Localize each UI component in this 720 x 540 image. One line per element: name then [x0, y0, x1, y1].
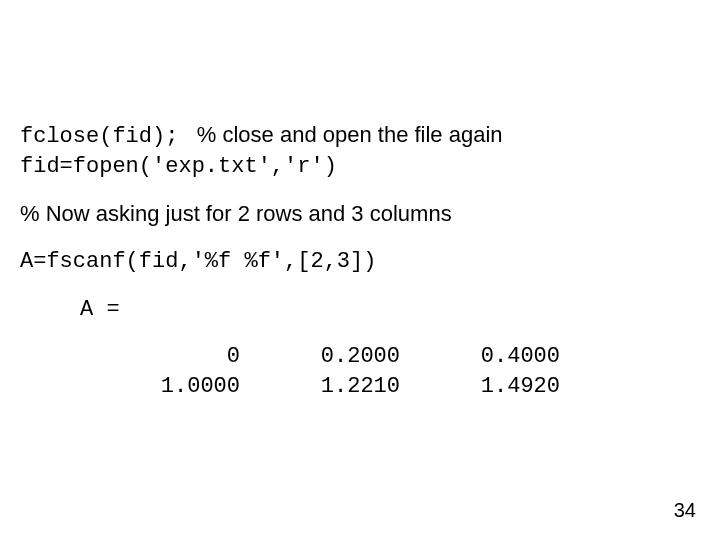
matrix-row: 0 0.2000 0.4000 — [80, 342, 700, 372]
matrix-row: 1.0000 1.2210 1.4920 — [80, 372, 700, 402]
output-label-block: A = — [80, 295, 700, 325]
matrix-cell: 0.2000 — [240, 342, 400, 372]
output-var-label: A = — [80, 295, 700, 325]
matrix-cell: 1.2210 — [240, 372, 400, 402]
code-fclose: fclose(fid); — [20, 124, 178, 149]
code-fscanf: A=fscanf(fid,'%f %f',[2,3]) — [20, 247, 700, 277]
comment-rows-cols: % Now asking just for 2 rows and 3 colum… — [20, 199, 700, 229]
slide: fclose(fid); % close and open the file a… — [0, 0, 720, 540]
matrix-output: 0 0.2000 0.4000 1.0000 1.2210 1.4920 — [20, 342, 700, 401]
code-block-2: A=fscanf(fid,'%f %f',[2,3]) — [20, 247, 700, 277]
matrix-cell: 0 — [80, 342, 240, 372]
page-number: 34 — [674, 499, 696, 522]
matrix-cell: 1.4920 — [400, 372, 560, 402]
comment-block: % Now asking just for 2 rows and 3 colum… — [20, 199, 700, 229]
matrix-cell: 1.0000 — [80, 372, 240, 402]
code-line-1: fclose(fid); % close and open the file a… — [20, 120, 700, 152]
code-fopen: fid=fopen('exp.txt','r') — [20, 152, 700, 182]
code-block-1: fclose(fid); % close and open the file a… — [20, 120, 700, 181]
matrix-cell: 0.4000 — [400, 342, 560, 372]
comment-close-open: % close and open the file again — [178, 122, 502, 147]
